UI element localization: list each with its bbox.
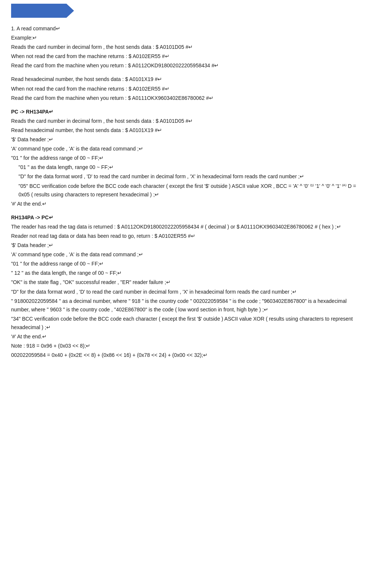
line-918-decimal: " 918002022059584 " as a decimal number,… (11, 297, 359, 314)
line-a-command-2: 'A' command type code , 'A' is the data … (11, 250, 359, 259)
empty-1 (11, 71, 359, 75)
line-05-bcc-1: "05" BCC verification code before the BC… (18, 182, 359, 199)
line-dollar-header-1: '$' Data header ;↵ (11, 135, 359, 144)
line-when-not-read-1: When not read the card from the machine … (11, 52, 359, 61)
page-container: 1. A read command↵ Example:↵ Reads the c… (0, 0, 370, 376)
empty-4 (11, 360, 359, 365)
line-dollar-header-2: '$' Data header ;↵ (11, 241, 359, 250)
line-note-002: 002022059584 = 0x40 + (0x2E << 8) + (0x8… (11, 351, 359, 359)
section-rh-pc: RH134PA -> PC↵ (11, 213, 359, 222)
section-pc-rh: PC -> RH134PA↵ (11, 108, 359, 116)
line-read-return-2: Read the card from the machine when you … (11, 94, 359, 102)
line-when-not-read-2: When not read the card from the machine … (11, 85, 359, 93)
line-01-address-2: "01 " for the address range of 00 ~ FF;↵ (11, 260, 359, 268)
line-01-address-1: "01 " for the address range of 00 ~ FF;↵ (11, 154, 359, 162)
line-hash-end-2: '#' At the end.↵ (11, 332, 359, 341)
line-note-918: Note : 918 = 0x96 + (0x03 << 8);↵ (11, 342, 359, 350)
line-01-length-1: "01 " as the data length, range 00 ~ FF;… (18, 163, 359, 172)
line-example: Example:↵ (11, 34, 359, 42)
header-arrow (11, 4, 74, 18)
line-34-bcc: "34" BCC verification code before the BC… (11, 315, 359, 332)
empty-3 (11, 209, 359, 213)
line-hash-end-1: '#' At the end.↵ (11, 200, 359, 208)
line-d-format-2: "D" for the data format word , 'D' to re… (11, 288, 359, 296)
line-pc-rh-decimal: Reads the card number in decimal form , … (11, 117, 359, 125)
line-12-length: " 12 " as the data length, the range of … (11, 269, 359, 277)
line-1: 1. A read command↵ (11, 24, 359, 33)
line-reader-returned: The reader has read the tag data is retu… (11, 223, 359, 231)
line-a-command-1: 'A' command type code , 'A' is the data … (11, 145, 359, 153)
empty-2 (11, 103, 359, 108)
line-pc-rh-hex: Read hexadecimal number, the host sends … (11, 126, 359, 135)
line-ok-flag: "OK" is the state flag , "OK" successful… (11, 278, 359, 287)
line-reader-not-read: Reader not read tag data or data has bee… (11, 232, 359, 240)
line-read-hex: Read hexadecimal number, the host sends … (11, 75, 359, 84)
line-reads-decimal: Reads the card number in decimal form , … (11, 43, 359, 51)
line-read-return-1: Read the card from the machine when you … (11, 61, 359, 70)
content-block: 1. A read command↵ Example:↵ Reads the c… (11, 24, 359, 365)
line-d-format-1: "D" for the data format word , 'D' to re… (18, 172, 359, 181)
